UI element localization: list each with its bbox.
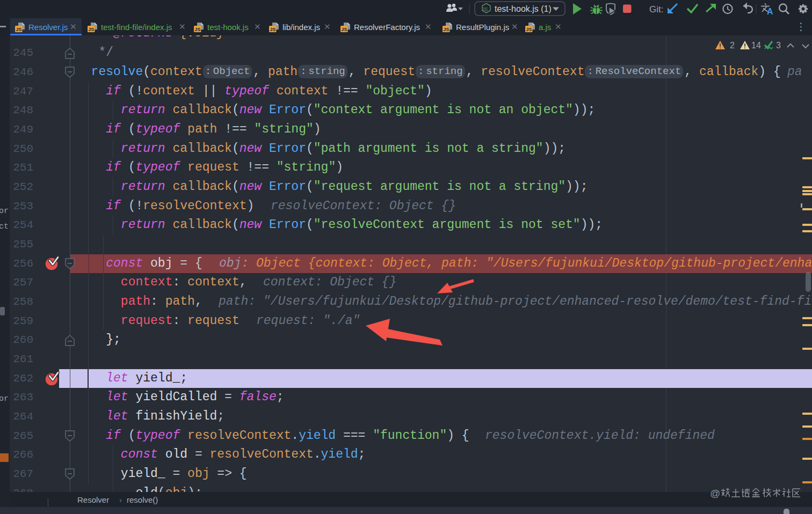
svg-text:14: 14: [751, 41, 761, 50]
svg-text:JS: JS: [526, 27, 532, 32]
svg-text:2: 2: [730, 41, 735, 50]
svg-text:A: A: [767, 7, 773, 16]
svg-text:JS: JS: [88, 27, 94, 32]
svg-text:JS: JS: [443, 27, 449, 32]
svg-text:JS: JS: [482, 6, 488, 12]
svg-text:test-hook.js (1): test-hook.js (1): [495, 4, 552, 13]
svg-text:JS: JS: [270, 27, 276, 32]
svg-text:JS: JS: [16, 27, 21, 32]
svg-text:JS: JS: [341, 27, 347, 32]
svg-text:3: 3: [776, 41, 781, 50]
svg-text:Git:: Git:: [649, 4, 663, 14]
svg-text:JS: JS: [194, 27, 200, 32]
svg-text:@: @: [710, 488, 720, 499]
